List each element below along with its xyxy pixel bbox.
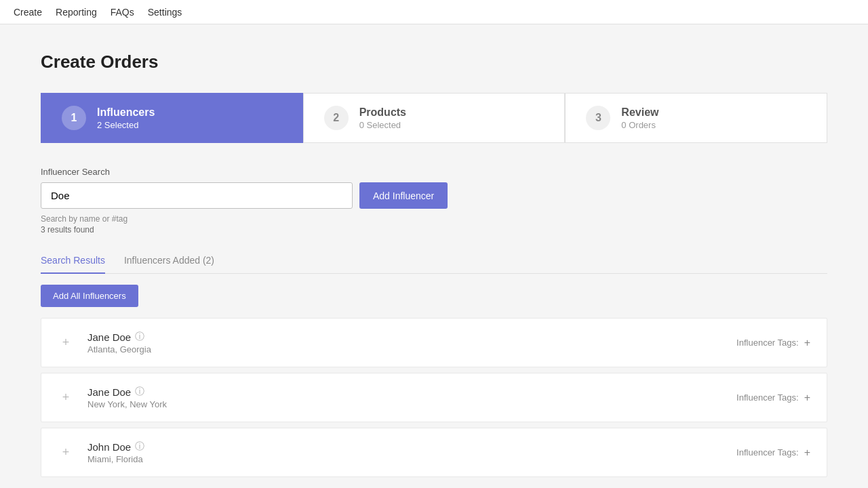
influencer-row: +Jane DoeⓘNew York, New YorkInfluencer T… [41,373,827,422]
top-navigation: CreateReportingFAQsSettings [0,0,868,24]
influencer-name-text: Jane Doe [87,386,131,398]
influencer-row: +John DoeⓘMiami, FloridaInfluencer Tags:… [41,428,827,477]
influencer-tags-label: Influencer Tags: [736,338,799,348]
search-results-count: 3 results found [41,225,827,235]
add-influencer-button[interactable]: Add Influencer [359,182,448,209]
tabs: Search ResultsInfluencers Added (2) [41,248,827,274]
info-icon[interactable]: ⓘ [135,331,144,343]
step-sub-review: 0 Orders [621,120,658,130]
info-icon[interactable]: ⓘ [135,386,144,398]
influencer-tags-label: Influencer Tags: [736,447,799,458]
tags-add-icon[interactable]: + [804,337,810,349]
main-content: Create Orders 1Influencers2 Selected2Pro… [0,24,868,488]
step-number-products: 2 [324,106,349,130]
influencer-info: Jane DoeⓘNew York, New York [87,386,736,409]
step-cards: 1Influencers2 Selected2Products0 Selecte… [41,93,827,143]
search-hint: Search by name or #tag [41,214,827,224]
step-info-influencers: Influencers2 Selected [97,106,155,130]
influencer-tags-label: Influencer Tags: [736,392,799,403]
tab-influencers-added[interactable]: Influencers Added (2) [124,248,214,274]
influencer-name: Jane Doeⓘ [87,331,736,343]
influencer-name: Jane Doeⓘ [87,386,736,398]
step-sub-influencers: 2 Selected [97,120,155,130]
add-influencer-icon[interactable]: + [58,445,74,461]
step-name-influencers: Influencers [97,106,155,119]
influencer-name-text: Jane Doe [87,331,131,343]
nav-item-reporting[interactable]: Reporting [56,0,111,24]
step-info-products: Products0 Selected [359,106,406,130]
search-label: Influencer Search [41,167,827,177]
influencer-location: New York, New York [87,399,736,409]
step-number-influencers: 1 [62,106,86,130]
step-name-review: Review [621,106,658,119]
add-influencer-icon[interactable]: + [58,335,74,351]
influencer-tags: Influencer Tags:+ [736,337,810,349]
nav-item-settings[interactable]: Settings [148,0,196,24]
nav-item-create[interactable]: Create [14,0,56,24]
step-info-review: Review0 Orders [621,106,658,130]
influencer-name-text: John Doe [87,441,131,453]
search-section: Influencer Search Add Influencer Search … [41,167,827,235]
step-card-review[interactable]: 3Review0 Orders [565,93,827,143]
tags-add-icon[interactable]: + [804,447,810,459]
influencer-name: John Doeⓘ [87,441,736,453]
influencer-tags: Influencer Tags:+ [736,392,810,404]
influencer-location: Miami, Florida [87,454,736,464]
tab-search-results[interactable]: Search Results [41,248,105,274]
influencer-info: John DoeⓘMiami, Florida [87,441,736,464]
add-influencer-icon[interactable]: + [58,390,74,406]
search-row: Add Influencer [41,182,827,209]
nav-item-faqs[interactable]: FAQs [111,0,148,24]
page-title: Create Orders [41,52,827,73]
step-number-review: 3 [586,106,610,130]
step-card-influencers[interactable]: 1Influencers2 Selected [41,93,303,143]
influencer-tags: Influencer Tags:+ [736,447,810,459]
step-name-products: Products [359,106,406,119]
search-input[interactable] [41,182,353,209]
tags-add-icon[interactable]: + [804,392,810,404]
step-card-products[interactable]: 2Products0 Selected [303,93,566,143]
influencer-location: Atlanta, Georgia [87,344,736,354]
influencer-info: Jane DoeⓘAtlanta, Georgia [87,331,736,354]
influencer-row: +Jane DoeⓘAtlanta, GeorgiaInfluencer Tag… [41,318,827,367]
step-sub-products: 0 Selected [359,120,406,130]
info-icon[interactable]: ⓘ [135,441,144,453]
influencer-list: +Jane DoeⓘAtlanta, GeorgiaInfluencer Tag… [41,318,827,483]
add-all-influencers-button[interactable]: Add All Influencers [41,285,138,307]
